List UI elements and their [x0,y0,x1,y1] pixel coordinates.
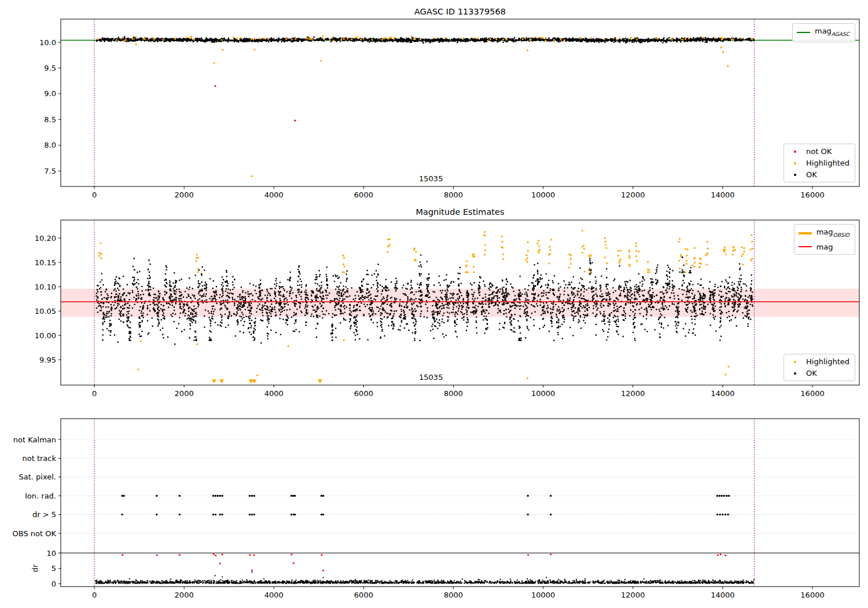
data-point [564,578,565,580]
data-point [538,245,540,247]
data-point [340,39,342,41]
x-tick-label: 16000 [800,191,824,199]
data-point [530,580,531,581]
data-point [115,281,117,283]
data-point [534,264,535,266]
data-point [225,580,226,581]
data-point [560,286,561,288]
data-point [366,40,368,42]
data-point [328,38,329,40]
data-point [399,299,401,301]
data-point [618,286,620,288]
data-point [480,303,481,305]
legend-label: not OK [806,147,832,156]
data-point [635,242,637,244]
data-point [267,307,269,309]
data-point [117,305,119,307]
data-point [484,38,486,40]
data-point [591,300,593,302]
data-point [675,321,676,323]
data-point [451,294,453,295]
data-point [391,281,392,283]
data-point [399,303,401,305]
data-point [668,37,670,39]
data-point [540,274,542,276]
data-point [406,304,407,306]
data-point [98,581,99,582]
data-point [335,309,337,311]
data-point [449,303,451,305]
data-point [322,313,324,315]
data-point [496,581,497,583]
data-point [369,316,371,317]
data-point [440,583,442,584]
data-point [262,312,263,314]
data-point [453,298,454,299]
data-point [387,303,388,305]
data-point [388,325,389,327]
data-point [372,583,373,584]
data-point [698,580,699,581]
data-point [696,581,697,583]
data-point [355,581,356,583]
data-point [582,580,583,581]
data-point [681,300,683,302]
data-point [599,311,601,313]
data-point [373,322,374,324]
data-point [446,292,448,294]
data-point [402,41,404,43]
data-point [479,286,480,288]
data-point [227,283,229,285]
data-point [382,309,384,310]
data-point [659,334,661,335]
data-point [274,298,275,299]
data-point [181,331,183,332]
data-point [297,284,299,286]
data-point [455,299,457,301]
data-point [236,311,238,313]
data-point [123,276,124,277]
data-point [484,41,486,42]
data-point [356,314,358,316]
data-point [195,307,197,309]
data-point [227,292,229,294]
data-point [149,276,151,278]
data-point [447,284,448,286]
data-point [237,41,238,42]
category-label: not Kalman [13,435,56,444]
data-point [518,581,520,582]
data-point [457,294,458,295]
data-point [728,291,730,292]
data-point [435,303,437,305]
data-point [176,280,178,282]
data-point [599,582,600,583]
data-point [266,288,268,290]
data-point [686,259,687,261]
data-point [670,583,671,584]
data-point [557,309,558,310]
data-point [709,295,711,296]
data-point [461,583,462,584]
data-point [388,246,389,247]
data-point [171,316,173,317]
data-point [267,338,269,340]
data-point [542,278,543,280]
data-point [422,42,424,44]
data-point [216,39,218,41]
data-point [430,580,431,581]
data-point [253,339,255,341]
data-point [214,309,216,310]
data-point [476,316,477,318]
data-point [510,578,511,580]
data-point [332,339,333,341]
data-point [543,290,545,292]
data-point [199,295,201,296]
data-point [414,247,415,249]
data-point [491,581,492,583]
data-point [194,313,196,314]
data-point [311,292,313,294]
data-point [440,290,442,292]
data-point [671,39,673,41]
data-point [736,311,738,313]
data-point [678,310,680,312]
